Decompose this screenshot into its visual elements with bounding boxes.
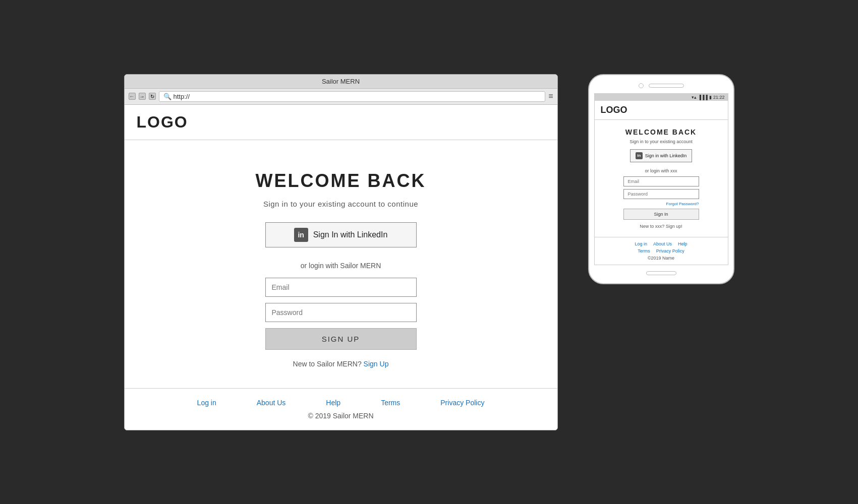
welcome-subtitle: Sign in to your existing account to cont… [263, 200, 418, 208]
browser-tab-title: Sailor MERN [322, 78, 360, 85]
phone-new-account: New to xxx? Sign up! [640, 224, 682, 229]
footer-terms-link[interactable]: Terms [381, 399, 400, 407]
phone-status-bar: ▾▴ ▐▐▐ ▮ 21:22 [595, 94, 728, 101]
phone-site-header: LOGO [595, 101, 728, 120]
phone-linkedin-button[interactable]: in Sign in with LinkedIn [630, 149, 693, 162]
phone-logo: LOGO [601, 105, 627, 115]
sign-up-link[interactable]: Sign Up [364, 360, 389, 368]
phone-sign-in-button[interactable]: Sign In [623, 209, 699, 220]
phone-main: WELCOME BACK Sign in to your existing ac… [595, 120, 728, 237]
phone-footer-terms[interactable]: Terms [638, 248, 650, 254]
footer-about-link[interactable]: About Us [257, 399, 286, 407]
phone-footer: Log in About Us Help Terms Privacy Polic… [595, 237, 728, 265]
phone-camera [639, 83, 644, 88]
phone-welcome-title: WELCOME BACK [625, 128, 697, 136]
phone-welcome-subtitle: Sign in to your existing account [630, 139, 693, 144]
phone-password-field[interactable] [623, 189, 699, 199]
phone-time: 21:22 [713, 95, 725, 100]
footer-links: Log in About Us Help Terms Privacy Polic… [197, 399, 485, 407]
phone-linkedin-label: Sign in with LinkedIn [645, 153, 687, 158]
browser-menu-button[interactable]: ≡ [548, 92, 553, 101]
phone-forgot-password[interactable]: Forgot Password? [623, 202, 699, 206]
phone-footer-login[interactable]: Log in [635, 241, 647, 246]
phone-home-button[interactable] [646, 271, 676, 275]
phone-footer-links-row2: Terms Privacy Policy [638, 248, 684, 254]
site-logo: LOGO [137, 113, 188, 131]
phone-linkedin-icon: in [636, 152, 643, 159]
footer-login-link[interactable]: Log in [197, 399, 216, 407]
footer-help-link[interactable]: Help [326, 399, 340, 407]
address-bar[interactable]: 🔍 http:// [159, 91, 546, 102]
welcome-title: WELCOME BACK [256, 170, 426, 192]
browser-titlebar: Sailor MERN [125, 75, 557, 89]
footer-copyright: © 2019 Sailor MERN [308, 412, 373, 420]
browser-mockup: Sailor MERN ← → ↻ 🔍 http:// ≡ LOGO WELCO… [124, 74, 558, 430]
phone-bottom-bar [646, 271, 676, 275]
sign-up-button[interactable]: SIGN UP [265, 328, 417, 350]
password-field[interactable] [265, 303, 417, 322]
phone-footer-links-row1: Log in About Us Help [635, 241, 687, 246]
phone-footer-copyright: ©2019 Name [648, 256, 674, 261]
phone-or-login: or login with xxx [645, 168, 677, 173]
back-button[interactable]: ← [129, 93, 136, 100]
site-main: WELCOME BACK Sign in to your existing ac… [125, 140, 557, 388]
phone-speaker [649, 84, 684, 88]
browser-content: LOGO WELCOME BACK Sign in to your existi… [125, 105, 557, 430]
new-account-text: New to Sailor MERN? Sign Up [293, 360, 389, 368]
phone-footer-help[interactable]: Help [678, 241, 688, 246]
new-account-label: New to Sailor MERN? [293, 360, 362, 368]
phone-screen: ▾▴ ▐▐▐ ▮ 21:22 LOGO WELCOME BACK Sign in… [594, 93, 728, 265]
search-icon: 🔍 [163, 93, 171, 100]
address-text: http:// [174, 93, 190, 100]
footer-privacy-link[interactable]: Privacy Policy [440, 399, 484, 407]
browser-toolbar: ← → ↻ 🔍 http:// ≡ [125, 89, 557, 105]
battery-icon: ▮ [709, 95, 712, 100]
linkedin-btn-label: Sign In with LinkedIn [313, 230, 388, 239]
email-field[interactable] [265, 278, 417, 297]
phone-top-bar [594, 83, 728, 88]
phone-mockup: ▾▴ ▐▐▐ ▮ 21:22 LOGO WELCOME BACK Sign in… [588, 74, 734, 284]
linkedin-icon: in [294, 228, 308, 242]
phone-footer-privacy[interactable]: Privacy Policy [656, 248, 684, 254]
site-header: LOGO [125, 105, 557, 140]
site-footer: Log in About Us Help Terms Privacy Polic… [125, 388, 557, 430]
phone-email-field[interactable] [623, 176, 699, 186]
refresh-button[interactable]: ↻ [149, 93, 156, 100]
phone-footer-about[interactable]: About Us [653, 241, 672, 246]
signal-icon: ▐▐▐ [698, 95, 708, 100]
forward-button[interactable]: → [139, 93, 146, 100]
or-login-label: or login with Sailor MERN [301, 262, 381, 270]
linkedin-signin-button[interactable]: in Sign In with LinkedIn [265, 222, 417, 247]
wifi-icon: ▾▴ [692, 95, 697, 100]
